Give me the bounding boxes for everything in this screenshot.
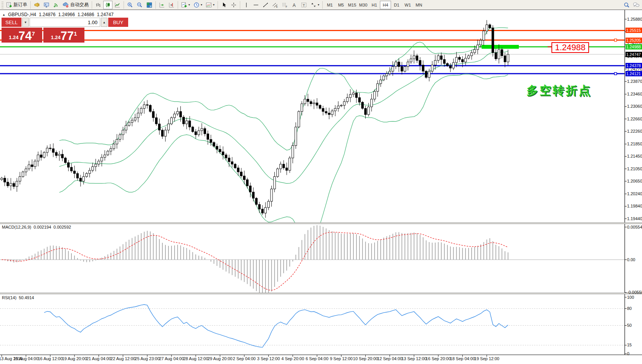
- text-tool-button[interactable]: A: [290, 1, 299, 9]
- search-button[interactable]: [622, 1, 631, 9]
- chart-canvas[interactable]: [0, 10, 642, 364]
- channel-tool-button[interactable]: E: [271, 1, 280, 9]
- terminal-button[interactable]: [42, 1, 51, 9]
- zoom-in-button[interactable]: [125, 1, 135, 9]
- new-order-icon: [6, 2, 12, 8]
- ohlc-high: 1.24966: [58, 12, 75, 17]
- macd-value-2: 0.002592: [53, 225, 71, 229]
- timeframe-H1[interactable]: H1: [369, 1, 380, 9]
- fibonacci-tool-button[interactable]: F: [280, 1, 289, 9]
- volume-input[interactable]: [30, 18, 100, 27]
- volume-increase-button[interactable]: ▲: [101, 18, 107, 27]
- metaeditor-button[interactable]: [32, 1, 41, 9]
- arrows-tool-button[interactable]: ▾: [309, 1, 321, 9]
- chart-window[interactable]: ▲ GBPUSD-,H4 1.24876 1.24966 1.24686 1.2…: [0, 10, 642, 364]
- terminal-icon: [43, 2, 50, 8]
- macd-tick-label: 0.00: [627, 257, 635, 262]
- chart-shift-button[interactable]: [167, 1, 176, 9]
- price-callout[interactable]: 1.24988: [551, 42, 589, 53]
- signals-icon: [53, 2, 59, 8]
- crosshair-icon: [231, 2, 237, 8]
- highlight-rectangle[interactable]: [482, 45, 519, 49]
- templates-button[interactable]: ▾: [204, 1, 216, 9]
- vertical-line-icon: [243, 2, 249, 8]
- toolbar-separator: [155, 1, 156, 9]
- horizontal-line-tool-button[interactable]: [251, 1, 261, 9]
- panel-splitter-rsi[interactable]: [0, 293, 642, 294]
- toolbar-grip: [2, 2, 3, 8]
- time-axis-label: 27 Aug 04:00: [159, 356, 184, 361]
- bar-chart-mode-button[interactable]: [94, 1, 103, 9]
- buy-price[interactable]: 1.24 77 1: [43, 28, 84, 43]
- timeframe-MN[interactable]: MN: [413, 1, 424, 9]
- timeframe-W1[interactable]: W1: [402, 1, 413, 9]
- macd-tick-label: -0.005583: [627, 290, 642, 295]
- timeframe-M15[interactable]: M15: [347, 1, 358, 9]
- arrows-caret: ▾: [318, 3, 319, 7]
- indicators-icon: [181, 2, 187, 8]
- indicators-button[interactable]: ▾: [180, 1, 191, 9]
- timeframe-M1[interactable]: M1: [324, 1, 335, 9]
- svg-text:T: T: [303, 3, 305, 7]
- sell-price-sup: 7: [32, 30, 35, 37]
- trendline-icon: [262, 2, 269, 8]
- macd-panel: [0, 225, 625, 296]
- candlestick-icon: [105, 2, 111, 8]
- timeframe-H4[interactable]: H4: [380, 1, 391, 9]
- time-axis-label: 25 Aug 23:00: [135, 356, 160, 361]
- price-tick-label: 1.20240: [627, 191, 642, 196]
- candlestick-mode-button[interactable]: [103, 1, 112, 9]
- macd-histogram: [2, 225, 508, 296]
- indicators-caret: ▾: [188, 3, 190, 7]
- rsi-value: 50.4914: [19, 295, 34, 300]
- auto-scroll-button[interactable]: [157, 1, 167, 9]
- vertical-line-tool-button[interactable]: [242, 1, 251, 9]
- candles-series: [1, 20, 509, 217]
- sell-price[interactable]: 1.24 74 7: [2, 28, 42, 43]
- new-order-button[interactable]: 新订单: [5, 1, 29, 9]
- price-tick-label: 1.21450: [627, 154, 642, 159]
- new-order-label: 新订单: [13, 2, 27, 8]
- text-label-icon: T: [301, 2, 307, 8]
- trendline-tool-button[interactable]: [261, 1, 270, 9]
- time-axis-label: 22 Aug 12:00: [111, 356, 135, 361]
- ohlc-low: 1.24686: [78, 12, 94, 17]
- time-axis-label: 18 Sep 04:00: [450, 356, 475, 361]
- timeframe-D1[interactable]: D1: [391, 1, 402, 9]
- zoom-out-icon: [137, 2, 143, 8]
- timeframe-M30[interactable]: M30: [358, 1, 369, 9]
- bar-chart-icon: [95, 2, 101, 8]
- time-axis-label: 2 Sep 04:00: [233, 356, 256, 361]
- toolbar-separator: [92, 1, 92, 9]
- price-level-badge: 1.24378: [625, 63, 642, 68]
- time-axis-label: 4 Sep 20:00: [281, 356, 304, 361]
- rsi-tick-label: 50: [627, 323, 632, 328]
- rsi-tick-label: 15: [627, 343, 632, 348]
- buy-button[interactable]: BUY: [108, 18, 128, 27]
- autotrading-label: 自动交易: [70, 2, 89, 8]
- periods-button[interactable]: ▾: [192, 1, 204, 9]
- price-tick-label: 1.20650: [627, 179, 642, 184]
- cursor-tool-button[interactable]: [220, 1, 229, 9]
- price-level-badge: 1.25205: [625, 38, 642, 43]
- price-tick-label: 1.23460: [627, 92, 642, 97]
- signals-button[interactable]: [51, 1, 61, 9]
- line-chart-mode-button[interactable]: [113, 1, 122, 9]
- rsi-panel: [0, 305, 625, 348]
- collapse-quote-panel-icon[interactable]: ▲: [2, 13, 5, 16]
- chat-button[interactable]: [631, 1, 641, 9]
- tile-windows-icon: [146, 2, 152, 8]
- autotrading-button[interactable]: 自动交易: [61, 1, 90, 9]
- timeframe-M5[interactable]: M5: [335, 1, 347, 9]
- zoom-out-button[interactable]: [135, 1, 144, 9]
- panel-splitter-macd[interactable]: [0, 222, 642, 224]
- text-label-tool-button[interactable]: T: [299, 1, 309, 9]
- turning-point-annotation[interactable]: 多空转折点: [526, 83, 592, 99]
- volume-decrease-button[interactable]: ▼: [22, 18, 29, 27]
- crosshair-tool-button[interactable]: [229, 1, 238, 9]
- svg-text:A: A: [293, 2, 296, 8]
- chat-icon: [633, 2, 640, 8]
- time-axis-label: 19 Sep 12:00: [474, 356, 499, 361]
- sell-button[interactable]: SELL: [2, 18, 21, 27]
- tile-windows-button[interactable]: [145, 1, 154, 9]
